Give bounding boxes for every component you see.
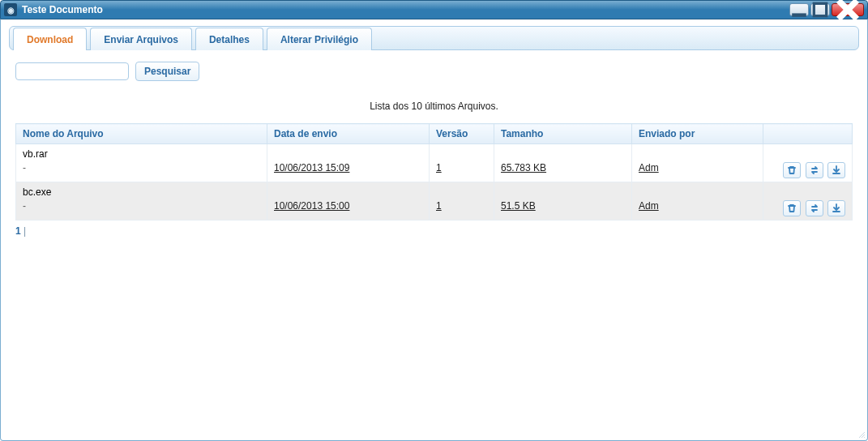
col-header-size: Tamanho <box>494 124 632 144</box>
swap-icon <box>810 203 819 213</box>
file-version-link[interactable]: 1 <box>436 200 442 212</box>
tab-alterar-privilegio[interactable]: Alterar Privilégio <box>267 28 372 50</box>
swap-icon <box>810 165 819 175</box>
tab-download[interactable]: Download <box>13 28 87 50</box>
resize-grip[interactable] <box>856 429 866 439</box>
file-by-link[interactable]: Adm <box>639 200 659 212</box>
file-name-sub: - <box>23 199 260 213</box>
col-header-date: Data de envio <box>267 124 430 144</box>
tab-label: Enviar Arquivos <box>104 34 178 45</box>
download-icon <box>832 203 841 213</box>
window-body: Download Enviar Arquivos Detalhes Altera… <box>0 19 868 441</box>
trash-icon <box>787 165 797 175</box>
window-title: Teste Documento <box>22 4 103 15</box>
close-button[interactable] <box>832 3 864 16</box>
col-header-by: Enviado por <box>632 124 763 144</box>
table-header-row: Nome do Arquivo Data de envio Versão Tam… <box>16 124 853 144</box>
tab-label: Alterar Privilégio <box>280 34 358 45</box>
col-header-actions <box>763 124 853 144</box>
search-row: Pesquisar <box>15 62 853 81</box>
col-header-version: Versão <box>430 124 494 144</box>
search-input[interactable] <box>15 62 129 80</box>
pager-separator: | <box>24 225 26 237</box>
tab-panel-download: Pesquisar Lista dos 10 últimos Arquivos.… <box>9 50 859 243</box>
col-header-name: Nome do Arquivo <box>16 124 267 144</box>
download-button[interactable] <box>827 162 845 178</box>
file-size-link[interactable]: 51.5 KB <box>501 200 536 212</box>
file-table: Nome do Arquivo Data de envio Versão Tam… <box>15 123 853 220</box>
trash-icon <box>787 203 797 213</box>
tab-label: Detalhes <box>209 34 250 45</box>
minimize-icon <box>790 1 808 19</box>
file-name-sub: - <box>23 161 260 175</box>
download-icon <box>832 165 841 175</box>
tab-detalhes[interactable]: Detalhes <box>195 28 263 50</box>
replace-button[interactable] <box>806 200 823 216</box>
minimize-button[interactable] <box>789 3 809 16</box>
svg-rect-0 <box>814 3 826 15</box>
replace-button[interactable] <box>806 162 823 178</box>
table-row: vb.rar - 10/06/2013 15:09 1 65.783 KB Ad… <box>16 144 853 182</box>
file-version-link[interactable]: 1 <box>436 162 442 173</box>
delete-button[interactable] <box>783 200 801 216</box>
file-date-link[interactable]: 10/06/2013 15:09 <box>274 162 349 173</box>
file-name: vb.rar <box>23 148 260 161</box>
file-by-link[interactable]: Adm <box>639 162 659 173</box>
tab-label: Download <box>27 34 73 45</box>
tab-strip: Download Enviar Arquivos Detalhes Altera… <box>9 26 859 50</box>
title-bar: ◉ Teste Documento <box>0 0 868 19</box>
pager-page[interactable]: 1 <box>15 225 21 237</box>
list-caption: Lista dos 10 últimos Arquivos. <box>15 101 853 112</box>
file-name: bc.exe <box>23 186 260 199</box>
tab-enviar-arquivos[interactable]: Enviar Arquivos <box>90 28 192 50</box>
file-size-link[interactable]: 65.783 KB <box>501 162 546 173</box>
file-date-link[interactable]: 10/06/2013 15:00 <box>274 200 349 212</box>
delete-button[interactable] <box>783 162 801 178</box>
search-button[interactable]: Pesquisar <box>135 62 199 81</box>
maximize-button[interactable] <box>810 3 830 16</box>
pager: 1 | <box>15 225 853 237</box>
download-button[interactable] <box>827 200 845 216</box>
maximize-icon <box>811 1 829 19</box>
app-icon: ◉ <box>4 3 17 16</box>
table-row: bc.exe - 10/06/2013 15:00 1 51.5 KB Adm <box>16 182 853 220</box>
